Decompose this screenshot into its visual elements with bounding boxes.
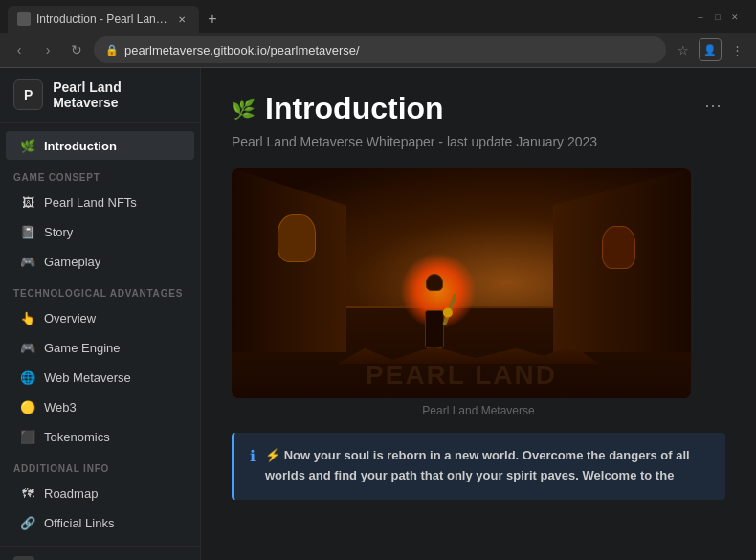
- page-title-icon: 🌿: [232, 98, 256, 121]
- tokenomics-icon: ⬛: [19, 428, 36, 445]
- profile-button[interactable]: 👤: [699, 38, 722, 61]
- more-options-button[interactable]: ⋯: [700, 91, 725, 120]
- hero-image: PEARL LAND: [232, 168, 691, 398]
- address-bar[interactable]: 🔒 pearlmetaverse.gitbook.io/pearlmetaver…: [94, 36, 666, 63]
- sidebar-item-overview[interactable]: 👆 Overview: [6, 303, 194, 332]
- info-icon: ℹ: [250, 447, 256, 465]
- web-metaverse-icon: 🌐: [19, 369, 36, 386]
- char-body: [425, 310, 444, 348]
- sidebar-brand: Pearl Land Metaverse: [53, 79, 187, 110]
- pearl-land-nfts-label: Pearl Land NFTs: [44, 195, 137, 210]
- web-metaverse-label: Web Metaverse: [44, 370, 131, 385]
- introduction-icon: 🌿: [19, 137, 36, 154]
- image-caption: Pearl Land Metaverse: [232, 404, 725, 417]
- bookmark-icon[interactable]: ☆: [672, 38, 695, 61]
- char-weapon-head: [441, 306, 454, 319]
- sidebar-item-gameplay[interactable]: 🎮 Gameplay: [6, 247, 194, 276]
- gameplay-label: Gameplay: [44, 255, 100, 269]
- new-tab-button[interactable]: +: [199, 6, 226, 33]
- sidebar-logo: P: [13, 79, 43, 110]
- tokenomics-label: Tokenomics: [44, 430, 110, 444]
- watermark: PEARL LAND: [366, 360, 557, 391]
- sidebar-item-pearl-land-nfts[interactable]: 🖼 Pearl Land NFTs: [6, 188, 194, 216]
- introduction-label: Introduction: [44, 139, 117, 153]
- gitbook-icon: 📚: [13, 556, 34, 560]
- game-engine-icon: 🎮: [19, 339, 36, 356]
- sidebar-item-web-metaverse[interactable]: 🌐 Web Metaverse: [6, 363, 194, 392]
- window-controls: – □ ✕: [695, 11, 748, 27]
- sidebar-item-roadmap[interactable]: 🗺 Roadmap: [6, 479, 194, 507]
- roadmap-icon: 🗺: [19, 484, 36, 502]
- url-text: pearlmetaverse.gitbook.io/pearlmetaverse…: [124, 43, 360, 57]
- roadmap-label: Roadmap: [44, 486, 98, 501]
- refresh-button[interactable]: ↻: [65, 38, 88, 61]
- scene-mask-left: [278, 214, 316, 262]
- sidebar-header: P Pearl Land Metaverse: [0, 68, 200, 123]
- lock-icon: 🔒: [105, 44, 119, 56]
- sidebar-item-tokenomics[interactable]: ⬛ Tokenomics: [6, 422, 194, 451]
- page-title: Introduction: [265, 91, 444, 126]
- official-links-icon: 🔗: [19, 514, 36, 531]
- content-inner: 🌿 Introduction ⋯ Pearl Land Metaverse Wh…: [201, 68, 756, 523]
- section-additional: ADDITIONAL INFO: [0, 452, 200, 478]
- sidebar: P Pearl Land Metaverse 🌿 Introduction GA…: [0, 68, 201, 560]
- browser-chrome: Introduction - Pearl Land Meta... ✕ + – …: [0, 0, 756, 68]
- tab-bar: Introduction - Pearl Land Meta... ✕ + – …: [0, 0, 756, 33]
- restore-button[interactable]: □: [712, 11, 723, 23]
- official-links-label: Official Links: [44, 516, 114, 530]
- page-subtitle: Pearl Land Metaverse Whitepaper - last u…: [232, 134, 725, 149]
- overview-label: Overview: [44, 311, 96, 325]
- sidebar-item-official-links[interactable]: 🔗 Official Links: [6, 508, 194, 537]
- story-icon: 📓: [19, 223, 36, 240]
- gameplay-icon: 🎮: [19, 253, 36, 270]
- sidebar-nav: 🌿 Introduction GAME CONSEPT 🖼 Pearl Land…: [0, 123, 200, 546]
- page-title-left: 🌿 Introduction: [232, 91, 444, 126]
- tab-close-button[interactable]: ✕: [174, 11, 189, 27]
- minimize-button[interactable]: –: [695, 11, 706, 23]
- sidebar-item-story[interactable]: 📓 Story: [6, 217, 194, 246]
- address-bar-row: ‹ › ↻ 🔒 pearlmetaverse.gitbook.io/pearlm…: [0, 33, 756, 67]
- sidebar-item-web3[interactable]: 🟡 Web3: [6, 392, 194, 421]
- web3-label: Web3: [44, 400, 77, 414]
- sidebar-item-introduction[interactable]: 🌿 Introduction: [6, 131, 194, 160]
- powered-by[interactable]: 📚 Powered By GitBook: [0, 546, 200, 560]
- sidebar-item-game-engine[interactable]: 🎮 Game Engine: [6, 333, 194, 362]
- page-title-row: 🌿 Introduction ⋯: [232, 91, 725, 126]
- sidebar-outer: P Pearl Land Metaverse 🌿 Introduction GA…: [0, 68, 201, 560]
- section-tech: TECHNOLOGICAL ADVANTAGES: [0, 277, 200, 302]
- tab-title: Introduction - Pearl Land Meta...: [36, 12, 168, 26]
- lightning-icon: ⚡: [265, 448, 280, 462]
- address-right-icons: ☆ 👤 ⋮: [672, 38, 748, 61]
- info-box-text: ⚡ Now your soul is reborn in a new world…: [265, 446, 710, 486]
- menu-button[interactable]: ⋮: [725, 38, 748, 61]
- story-label: Story: [44, 225, 73, 239]
- app-wrapper: P Pearl Land Metaverse 🌿 Introduction GA…: [0, 68, 756, 560]
- tab-favicon: [17, 12, 31, 26]
- game-scene: PEARL LAND: [232, 168, 691, 398]
- main-content: 🌿 Introduction ⋯ Pearl Land Metaverse Wh…: [201, 68, 756, 560]
- info-box: ℹ ⚡ Now your soul is reborn in a new wor…: [232, 433, 725, 500]
- active-tab[interactable]: Introduction - Pearl Land Meta... ✕: [8, 6, 199, 33]
- forward-button[interactable]: ›: [36, 38, 59, 61]
- pearl-land-nfts-icon: 🖼: [19, 193, 36, 211]
- char-head: [426, 274, 443, 291]
- game-engine-label: Game Engine: [44, 341, 121, 355]
- overview-icon: 👆: [19, 309, 36, 326]
- scene-mask-right: [602, 226, 635, 269]
- close-button[interactable]: ✕: [729, 11, 741, 23]
- scene-character: [415, 274, 454, 341]
- section-game-concept: GAME CONSEPT: [0, 161, 200, 187]
- back-button[interactable]: ‹: [8, 38, 31, 61]
- web3-icon: 🟡: [19, 398, 36, 415]
